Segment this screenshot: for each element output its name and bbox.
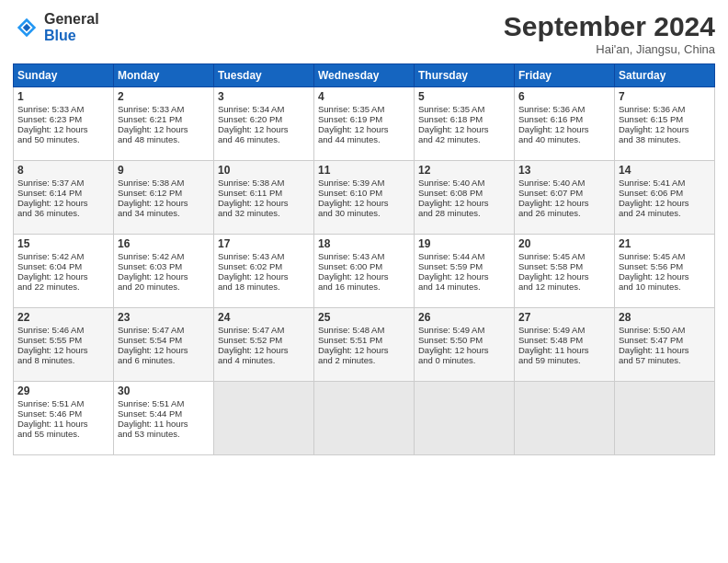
day-cell-14: 14 Sunrise: 5:41 AMSunset: 6:06 PMDaylig… bbox=[615, 161, 715, 235]
week-row-2: 8 Sunrise: 5:37 AMSunset: 6:14 PMDayligh… bbox=[14, 161, 715, 235]
day-cell-25: 25 Sunrise: 5:48 AMSunset: 5:51 PMDaylig… bbox=[314, 308, 415, 382]
day-cell-15: 15 Sunrise: 5:42 AMSunset: 6:04 PMDaylig… bbox=[14, 235, 114, 308]
col-wednesday: Wednesday bbox=[314, 64, 415, 87]
day-cell-17: 17 Sunrise: 5:43 AMSunset: 6:02 PMDaylig… bbox=[214, 235, 314, 308]
day-cell-18: 18 Sunrise: 5:43 AMSunset: 6:00 PMDaylig… bbox=[314, 235, 415, 308]
col-tuesday: Tuesday bbox=[214, 64, 314, 87]
col-thursday: Thursday bbox=[415, 64, 515, 87]
col-saturday: Saturday bbox=[615, 64, 715, 87]
day-cell-23: 23 Sunrise: 5:47 AMSunset: 5:54 PMDaylig… bbox=[114, 308, 214, 382]
day-cell-24: 24 Sunrise: 5:47 AMSunset: 5:52 PMDaylig… bbox=[214, 308, 314, 382]
day-cell-16: 16 Sunrise: 5:42 AMSunset: 6:03 PMDaylig… bbox=[114, 235, 214, 308]
empty-cell bbox=[415, 382, 515, 455]
day-cell-21: 21 Sunrise: 5:45 AMSunset: 5:56 PMDaylig… bbox=[615, 235, 715, 308]
empty-cell bbox=[615, 382, 715, 455]
logo-text: General Blue bbox=[44, 11, 99, 43]
logo: General Blue bbox=[13, 11, 99, 43]
week-row-1: 1 Sunrise: 5:33 AMSunset: 6:23 PMDayligh… bbox=[14, 87, 715, 161]
day-cell-6: 6 Sunrise: 5:36 AMSunset: 6:16 PMDayligh… bbox=[515, 87, 615, 161]
day-cell-28: 28 Sunrise: 5:50 AMSunset: 5:47 PMDaylig… bbox=[615, 308, 715, 382]
col-monday: Monday bbox=[114, 64, 214, 87]
day-cell-7: 7 Sunrise: 5:36 AMSunset: 6:15 PMDayligh… bbox=[615, 87, 715, 161]
day-cell-4: 4 Sunrise: 5:35 AMSunset: 6:19 PMDayligh… bbox=[314, 87, 415, 161]
day-cell-19: 19 Sunrise: 5:44 AMSunset: 5:59 PMDaylig… bbox=[415, 235, 515, 308]
day-cell-30: 30 Sunrise: 5:51 AMSunset: 5:44 PMDaylig… bbox=[114, 382, 214, 455]
empty-cell bbox=[214, 382, 314, 455]
day-cell-3: 3 Sunrise: 5:34 AMSunset: 6:20 PMDayligh… bbox=[214, 87, 314, 161]
day-cell-8: 8 Sunrise: 5:37 AMSunset: 6:14 PMDayligh… bbox=[14, 161, 114, 235]
day-cell-12: 12 Sunrise: 5:40 AMSunset: 6:08 PMDaylig… bbox=[415, 161, 515, 235]
page-header: General Blue September 2024 Hai'an, Jian… bbox=[13, 11, 715, 56]
title-section: September 2024 Hai'an, Jiangsu, China bbox=[504, 11, 715, 56]
page-container: General Blue September 2024 Hai'an, Jian… bbox=[0, 0, 728, 466]
location: Hai'an, Jiangsu, China bbox=[504, 42, 715, 56]
day-cell-13: 13 Sunrise: 5:40 AMSunset: 6:07 PMDaylig… bbox=[515, 161, 615, 235]
day-cell-29: 29 Sunrise: 5:51 AMSunset: 5:46 PMDaylig… bbox=[14, 382, 114, 455]
empty-cell bbox=[515, 382, 615, 455]
col-sunday: Sunday bbox=[14, 64, 114, 87]
header-row: Sunday Monday Tuesday Wednesday Thursday… bbox=[14, 64, 715, 87]
day-cell-9: 9 Sunrise: 5:38 AMSunset: 6:12 PMDayligh… bbox=[114, 161, 214, 235]
day-cell-27: 27 Sunrise: 5:49 AMSunset: 5:48 PMDaylig… bbox=[515, 308, 615, 382]
day-cell-20: 20 Sunrise: 5:45 AMSunset: 5:58 PMDaylig… bbox=[515, 235, 615, 308]
day-cell-10: 10 Sunrise: 5:38 AMSunset: 6:11 PMDaylig… bbox=[214, 161, 314, 235]
day-cell-2: 2 Sunrise: 5:33 AMSunset: 6:21 PMDayligh… bbox=[114, 87, 214, 161]
week-row-3: 15 Sunrise: 5:42 AMSunset: 6:04 PMDaylig… bbox=[14, 235, 715, 308]
day-cell-1: 1 Sunrise: 5:33 AMSunset: 6:23 PMDayligh… bbox=[14, 87, 114, 161]
week-row-4: 22 Sunrise: 5:46 AMSunset: 5:55 PMDaylig… bbox=[14, 308, 715, 382]
empty-cell bbox=[314, 382, 415, 455]
week-row-5: 29 Sunrise: 5:51 AMSunset: 5:46 PMDaylig… bbox=[14, 382, 715, 455]
calendar-table: Sunday Monday Tuesday Wednesday Thursday… bbox=[13, 63, 715, 455]
logo-icon bbox=[13, 14, 40, 41]
day-cell-5: 5 Sunrise: 5:35 AMSunset: 6:18 PMDayligh… bbox=[415, 87, 515, 161]
day-cell-26: 26 Sunrise: 5:49 AMSunset: 5:50 PMDaylig… bbox=[415, 308, 515, 382]
calendar-body: 1 Sunrise: 5:33 AMSunset: 6:23 PMDayligh… bbox=[14, 87, 715, 455]
month-title: September 2024 bbox=[504, 11, 715, 42]
col-friday: Friday bbox=[515, 64, 615, 87]
day-cell-11: 11 Sunrise: 5:39 AMSunset: 6:10 PMDaylig… bbox=[314, 161, 415, 235]
day-cell-22: 22 Sunrise: 5:46 AMSunset: 5:55 PMDaylig… bbox=[14, 308, 114, 382]
